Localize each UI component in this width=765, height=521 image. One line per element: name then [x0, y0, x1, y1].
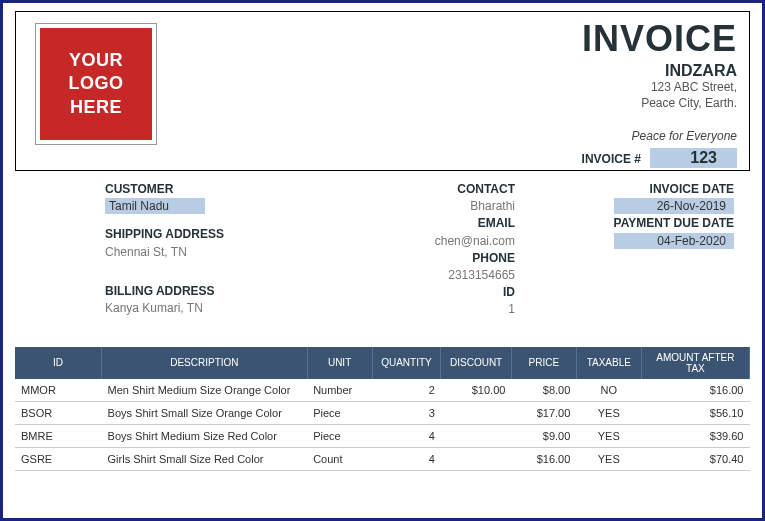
invoice-date-value: 26-Nov-2019 [614, 198, 734, 214]
cell-price: $16.00 [511, 447, 576, 470]
invoice-number-value: 123 [650, 148, 737, 168]
table-row: BSORBoys Shirt Small Size Orange ColorPi… [15, 401, 750, 424]
due-date-value: 04-Feb-2020 [614, 233, 734, 249]
company-tagline: Peace for Everyone [582, 129, 737, 143]
cell-amount: $56.10 [641, 401, 749, 424]
cell-taxable: YES [576, 401, 641, 424]
table-row: MMORMen Shirt Medium Size Orange ColorNu… [15, 379, 750, 402]
cell-unit: Piece [307, 401, 372, 424]
company-name: INDZARA [582, 62, 737, 80]
dates-column: INVOICE DATE 26-Nov-2019 PAYMENT DUE DAT… [515, 181, 738, 319]
col-unit: UNIT [307, 347, 372, 379]
email-value: chen@nai.com [315, 233, 515, 249]
cell-unit: Piece [307, 424, 372, 447]
invoice-number-row: INVOICE # 123 [582, 148, 737, 168]
cell-id: MMOR [15, 379, 102, 402]
col-price: PRICE [511, 347, 576, 379]
cell-quantity: 3 [372, 401, 441, 424]
col-id: ID [15, 347, 102, 379]
cell-description: Girls Shirt Small Size Red Color [102, 447, 308, 470]
billing-label: BILLING ADDRESS [105, 283, 315, 299]
col-amount: AMOUNT AFTER TAX [641, 347, 749, 379]
phone-value: 2313154665 [315, 267, 515, 283]
cell-unit: Count [307, 447, 372, 470]
cell-taxable: YES [576, 447, 641, 470]
cell-quantity: 4 [372, 447, 441, 470]
cell-amount: $39.60 [641, 424, 749, 447]
cell-amount: $16.00 [641, 379, 749, 402]
cell-discount: $10.00 [441, 379, 512, 402]
cell-price: $9.00 [511, 424, 576, 447]
cell-quantity: 4 [372, 424, 441, 447]
logo-text: YOUR LOGO HERE [40, 49, 152, 119]
table-row: BMREBoys Shirt Medium Size Red ColorPiec… [15, 424, 750, 447]
cell-taxable: YES [576, 424, 641, 447]
id-value: 1 [315, 301, 515, 317]
invoice-date-label: INVOICE DATE [515, 181, 734, 197]
company-addr1: 123 ABC Street, [582, 80, 737, 96]
invoice-number-label: INVOICE # [582, 152, 641, 166]
contact-name: Bharathi [315, 198, 515, 214]
cell-description: Boys Shirt Medium Size Red Color [102, 424, 308, 447]
contact-label: CONTACT [315, 181, 515, 197]
cell-price: $17.00 [511, 401, 576, 424]
col-discount: DISCOUNT [441, 347, 512, 379]
billing-address: Kanya Kumari, TN [105, 300, 315, 316]
details-section: CUSTOMER Tamil Nadu SHIPPING ADDRESS Che… [15, 177, 750, 329]
cell-id: BSOR [15, 401, 102, 424]
cell-description: Men Shirt Medium Size Orange Color [102, 379, 308, 402]
cell-unit: Number [307, 379, 372, 402]
table-header-row: ID DESCRIPTION UNIT QUANTITY DISCOUNT PR… [15, 347, 750, 379]
col-quantity: QUANTITY [372, 347, 441, 379]
line-items-table: ID DESCRIPTION UNIT QUANTITY DISCOUNT PR… [15, 347, 750, 471]
cell-amount: $70.40 [641, 447, 749, 470]
email-label: EMAIL [315, 215, 515, 231]
cell-discount [441, 447, 512, 470]
due-date-label: PAYMENT DUE DATE [515, 215, 734, 231]
customer-label: CUSTOMER [105, 181, 315, 197]
cell-id: GSRE [15, 447, 102, 470]
cell-discount [441, 401, 512, 424]
table-row: GSREGirls Shirt Small Size Red ColorCoun… [15, 447, 750, 470]
invoice-title: INVOICE [582, 18, 737, 60]
invoice-page: YOUR LOGO HERE INVOICE INDZARA 123 ABC S… [0, 0, 765, 521]
contact-column: CONTACT Bharathi EMAIL chen@nai.com PHON… [315, 181, 515, 319]
cell-price: $8.00 [511, 379, 576, 402]
cell-id: BMRE [15, 424, 102, 447]
header-right: INVOICE INDZARA 123 ABC Street, Peace Ci… [582, 18, 737, 143]
customer-name: Tamil Nadu [105, 198, 205, 214]
phone-label: PHONE [315, 250, 515, 266]
id-label: ID [315, 284, 515, 300]
cell-discount [441, 424, 512, 447]
cell-taxable: NO [576, 379, 641, 402]
cell-description: Boys Shirt Small Size Orange Color [102, 401, 308, 424]
shipping-address: Chennai St, TN [105, 244, 315, 260]
col-description: DESCRIPTION [102, 347, 308, 379]
header-box: YOUR LOGO HERE INVOICE INDZARA 123 ABC S… [15, 11, 750, 171]
logo-placeholder: YOUR LOGO HERE [36, 24, 156, 144]
cell-quantity: 2 [372, 379, 441, 402]
company-addr2: Peace City, Earth. [582, 96, 737, 112]
customer-column: CUSTOMER Tamil Nadu SHIPPING ADDRESS Che… [105, 181, 315, 319]
col-taxable: TAXABLE [576, 347, 641, 379]
shipping-label: SHIPPING ADDRESS [105, 226, 315, 242]
